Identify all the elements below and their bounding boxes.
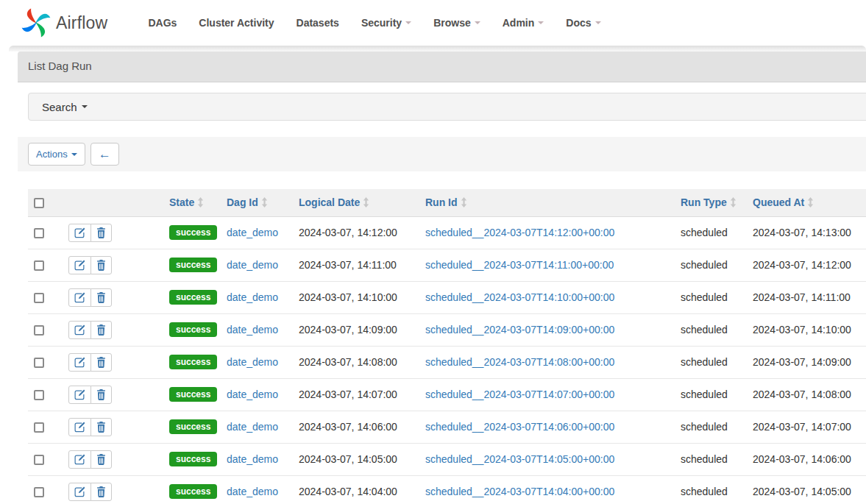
dag-id-link[interactable]: date_demo [227,356,278,368]
column-header-run-type[interactable]: Run Type [675,189,747,216]
navbar-shadow [9,46,866,52]
run-id-link[interactable]: scheduled__2024-03-07T14:09:00+00:00 [425,324,614,336]
nav-dags[interactable]: DAGs [137,10,188,36]
column-header-logical-date[interactable]: Logical Date [293,189,419,216]
dag-id-link[interactable]: date_demo [227,421,278,433]
edit-icon [74,422,85,433]
edit-record-button[interactable] [68,353,91,372]
column-header-queued-at[interactable]: Queued At [747,189,866,216]
run-id-link[interactable]: scheduled__2024-03-07T14:04:00+00:00 [425,486,614,497]
run-id-link[interactable]: scheduled__2024-03-07T14:10:00+00:00 [425,291,614,303]
airflow-brand[interactable]: Airflow [21,7,107,38]
row-checkbox[interactable] [34,455,44,465]
edit-icon [74,454,85,465]
table-row: success date_demo 2024-03-07, 14:05:00 s… [28,443,866,475]
delete-record-button[interactable] [90,256,112,274]
delete-record-button[interactable] [90,418,112,436]
dag-id-link[interactable]: date_demo [227,291,278,303]
nav-cluster-activity[interactable]: Cluster Activity [188,10,285,36]
row-checkbox[interactable] [34,358,44,368]
sort-icon[interactable] [807,197,814,207]
row-action-buttons [68,450,112,469]
nav-admin[interactable]: Admin [491,10,556,36]
nav-datasets[interactable]: Datasets [285,10,350,36]
search-collapse-toggle[interactable]: Search [28,93,866,121]
run-id-link[interactable]: scheduled__2024-03-07T14:11:00+00:00 [425,259,614,271]
chevron-down-icon [475,21,480,24]
row-checkbox[interactable] [34,422,44,433]
row-checkbox[interactable] [34,325,44,336]
nav-dags-label: DAGs [148,17,177,29]
sort-icon[interactable] [197,197,204,207]
sort-icon[interactable] [363,197,369,207]
table-row: success date_demo 2024-03-07, 14:08:00 s… [28,346,866,378]
chevron-down-icon [405,21,411,24]
nav-browse-label: Browse [433,17,471,29]
queued-at-value: 2024-03-07, 14:09:00 [753,356,851,368]
delete-record-button[interactable] [90,353,112,372]
run-id-link[interactable]: scheduled__2024-03-07T14:08:00+00:00 [425,356,614,368]
edit-record-button[interactable] [68,386,91,404]
row-checkbox[interactable] [34,260,44,271]
logical-date-value: 2024-03-07, 14:11:00 [299,259,397,271]
logical-date-value: 2024-03-07, 14:09:00 [299,324,397,336]
run-type-value: scheduled [681,388,728,400]
sort-icon[interactable] [730,197,737,207]
logical-date-value: 2024-03-07, 14:04:00 [299,486,397,497]
row-checkbox[interactable] [34,293,44,303]
panel-body: Search Actions ← State Dag I [18,82,866,504]
row-action-buttons [68,483,112,501]
run-id-link[interactable]: scheduled__2024-03-07T14:06:00+00:00 [425,421,614,433]
dag-id-link[interactable]: date_demo [227,259,278,271]
delete-record-button[interactable] [90,321,112,339]
delete-record-button[interactable] [90,386,112,404]
sort-icon[interactable] [461,197,467,207]
delete-record-button[interactable] [90,483,112,501]
edit-icon [74,260,85,271]
row-checkbox[interactable] [34,390,44,400]
logical-date-value: 2024-03-07, 14:08:00 [299,356,397,368]
row-checkbox[interactable] [34,228,44,238]
back-button[interactable]: ← [90,143,119,166]
page-title: List Dag Run [18,52,866,82]
dag-id-link[interactable]: date_demo [227,486,278,497]
edit-record-button[interactable] [68,483,91,501]
column-header-state[interactable]: State [163,189,221,216]
column-header-dag-id[interactable]: Dag Id [221,189,293,216]
edit-record-button[interactable] [68,450,91,469]
run-type-value: scheduled [681,453,728,465]
column-header-run-id[interactable]: Run Id [419,189,675,216]
edit-record-button[interactable] [68,321,91,339]
edit-icon [74,324,85,336]
run-id-link[interactable]: scheduled__2024-03-07T14:07:00+00:00 [425,388,614,400]
row-checkbox[interactable] [34,487,44,497]
trash-icon [96,292,106,303]
table-row: success date_demo 2024-03-07, 14:07:00 s… [28,378,866,411]
select-all-checkbox[interactable] [34,198,44,208]
delete-record-button[interactable] [90,288,112,307]
edit-record-button[interactable] [68,224,91,242]
row-action-buttons [68,418,112,436]
dag-id-link[interactable]: date_demo [227,227,278,238]
table-row: success date_demo 2024-03-07, 14:04:00 s… [28,475,866,504]
edit-icon [74,357,85,368]
nav-browse[interactable]: Browse [422,10,491,36]
run-id-link[interactable]: scheduled__2024-03-07T14:12:00+00:00 [425,227,614,238]
dag-id-link[interactable]: date_demo [227,388,278,400]
sort-icon[interactable] [261,197,268,207]
edit-record-button[interactable] [68,256,91,274]
delete-record-button[interactable] [90,224,112,242]
dag-id-link[interactable]: date_demo [227,453,278,465]
list-dag-run-panel: List Dag Run Search Actions ← [18,52,866,504]
actions-dropdown-button[interactable]: Actions [28,143,85,166]
run-type-value: scheduled [681,324,728,336]
run-type-value: scheduled [681,486,728,497]
run-id-link[interactable]: scheduled__2024-03-07T14:05:00+00:00 [425,453,614,465]
edit-record-button[interactable] [68,418,91,436]
table-header-row: State Dag Id Logical Date Run Id Run Typ… [28,189,866,216]
delete-record-button[interactable] [90,450,112,469]
nav-security[interactable]: Security [350,10,422,36]
edit-record-button[interactable] [68,288,91,307]
dag-id-link[interactable]: date_demo [227,324,278,336]
nav-docs[interactable]: Docs [555,10,611,36]
